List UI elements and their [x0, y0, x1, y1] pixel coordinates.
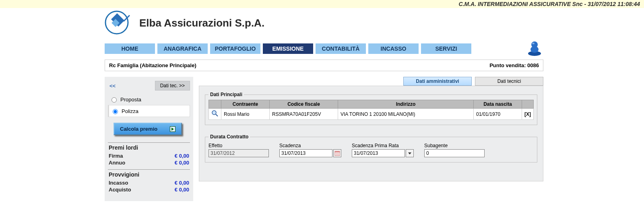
durata-contratto-legend: Durata Contratto	[208, 134, 250, 140]
sidebar-back-button[interactable]: <<	[108, 83, 116, 89]
radio-polizza[interactable]: Polizza	[108, 105, 190, 117]
dati-principali-fieldset: Dati Principali Contraente Codice fiscal…	[205, 92, 537, 125]
radio-polizza-label: Polizza	[122, 108, 138, 114]
calcola-premio-label: Calcola premio	[120, 126, 157, 132]
acquisto-label: Acquisto	[109, 187, 131, 193]
tab-strip: Dati amministrativi Dati tecnici	[199, 77, 543, 86]
nav-portafoglio[interactable]: PORTAFOGLIO	[210, 43, 260, 54]
subheader-bar: Rc Famiglia (Abitazione Principale) Punt…	[105, 60, 543, 71]
scadenza-prima-rata-input[interactable]	[352, 149, 405, 157]
user-icon[interactable]	[526, 40, 543, 57]
tab-dati-amministrativi[interactable]: Dati amministrativi	[403, 77, 472, 86]
svg-line-7	[216, 114, 218, 116]
row-delete-button[interactable]: [X]	[522, 109, 534, 120]
calcola-premio-button[interactable]: Calcola premio	[114, 123, 182, 135]
scadenza-prima-rata-label: Scadenza Prima Rata	[352, 143, 414, 148]
nav-home[interactable]: HOME	[105, 43, 155, 54]
dati-principali-legend: Dati Principali	[208, 92, 244, 97]
magnifier-icon[interactable]	[211, 110, 219, 117]
calcola-premio-arrow-icon	[170, 126, 175, 132]
provvigioni-title: Provvigioni	[108, 169, 190, 179]
nav-incasso[interactable]: INCASSO	[368, 43, 419, 54]
radio-proposta[interactable]: Proposta	[108, 94, 190, 105]
col-contraente: Contraente	[221, 100, 270, 109]
firma-value: € 0,00	[175, 153, 189, 159]
nav-contabilita[interactable]: CONTABILITÀ	[316, 43, 366, 54]
top-info-bar: C.M.A. INTERMEDIAZIONI ASSICURATIVE Snc …	[0, 0, 644, 8]
sidebar: << Dati tec. >> Proposta Polizza Calcola…	[105, 77, 193, 201]
nav-emissione[interactable]: EMISSIONE	[263, 43, 313, 54]
calendar-icon[interactable]	[333, 149, 341, 157]
admin-panel: Dati Principali Contraente Codice fiscal…	[199, 86, 543, 181]
dropdown-icon[interactable]	[406, 149, 414, 157]
cell-codice-fiscale: RSSMRA70A01F205V	[270, 109, 338, 120]
header: Elba Assicurazioni S.p.A.	[105, 8, 543, 40]
radio-proposta-input[interactable]	[111, 97, 117, 103]
radio-proposta-label: Proposta	[120, 97, 141, 103]
tab-dati-tecnici[interactable]: Dati tecnici	[475, 77, 543, 86]
radio-polizza-input[interactable]	[113, 109, 118, 114]
premi-lordi-title: Premi lordi	[108, 142, 190, 152]
col-codice-fiscale: Codice fiscale	[270, 100, 338, 109]
scadenza-input[interactable]	[279, 149, 332, 157]
incasso-value: € 0,00	[175, 180, 189, 186]
cell-data-nascita: 01/01/1970	[474, 109, 522, 120]
nav-anagrafica[interactable]: ANAGRAFICA	[157, 43, 208, 54]
punto-vendita-label: Punto vendita: 0086	[489, 62, 539, 68]
annuo-value: € 0,00	[175, 160, 189, 166]
subagente-label: Subagente	[424, 143, 485, 148]
cell-contraente: Rossi Mario	[221, 109, 270, 120]
svg-rect-9	[335, 151, 340, 152]
svg-point-6	[212, 111, 216, 115]
dati-principali-table: Contraente Codice fiscale Indirizzo Data…	[208, 100, 534, 120]
effetto-label: Effetto	[208, 143, 269, 148]
durata-contratto-fieldset: Durata Contratto Effetto Scadenza	[205, 134, 537, 162]
nav-servizi[interactable]: SERVIZI	[421, 43, 471, 54]
svg-point-4	[531, 41, 538, 48]
annuo-label: Annuo	[109, 160, 125, 166]
svg-point-5	[532, 43, 535, 44]
scadenza-label: Scadenza	[279, 143, 341, 148]
col-indirizzo: Indirizzo	[338, 100, 474, 109]
col-data-nascita: Data nascita	[474, 100, 522, 109]
main-nav: HOME ANAGRAFICA PORTAFOGLIO EMISSIONE CO…	[105, 40, 543, 57]
company-name: Elba Assicurazioni S.p.A.	[139, 17, 264, 29]
acquisto-value: € 0,00	[175, 187, 189, 193]
company-logo-icon	[105, 10, 134, 36]
page-title: Rc Famiglia (Abitazione Principale)	[109, 62, 196, 68]
firma-label: Firma	[109, 153, 123, 159]
subagente-input[interactable]	[424, 149, 485, 157]
incasso-label: Incasso	[109, 180, 128, 186]
effetto-input	[208, 149, 269, 157]
table-row: Rossi Mario RSSMRA70A01F205V VIA TORINO …	[209, 109, 534, 120]
sidebar-dati-tec-button[interactable]: Dati tec. >>	[155, 81, 190, 90]
cell-indirizzo: VIA TORINO 1 20100 MILANO(MI)	[338, 109, 474, 120]
